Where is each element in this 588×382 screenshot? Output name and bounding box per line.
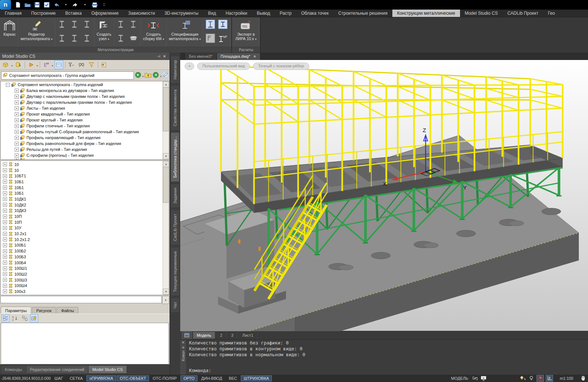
menu-tab-Настройки[interactable]: Настройки [221, 10, 252, 17]
bottom-tab-Редактирование соединений[interactable]: Редактирование соединений [26, 366, 88, 373]
tree-item[interactable]: +Листы - Тип изделия [1, 105, 163, 111]
find-icon[interactable] [77, 60, 86, 69]
scroll-up-icon[interactable]: ▲ [163, 81, 169, 88]
tab-Рисунок[interactable]: Рисунок [32, 307, 56, 314]
back-circle-icon[interactable] [135, 72, 141, 79]
beam-box-icon[interactable] [57, 32, 68, 45]
menu-tab-Оформление[interactable]: Оформление [86, 10, 123, 17]
bowl-icon[interactable] [128, 32, 139, 45]
side-tab-Текущие переменные[interactable]: Текущие переменные [171, 247, 179, 296]
expand-icon[interactable]: + [15, 106, 19, 110]
sync-icon[interactable] [14, 60, 23, 69]
menu-tab-Строительные решения[interactable]: Строительные решения [334, 10, 392, 17]
doc-tab-Площадка.dwg*[interactable]: Площадка.dwg*✕ [217, 53, 260, 60]
layout-tab-3[interactable]: 3 [228, 332, 238, 339]
bulb-select-icon[interactable] [520, 375, 526, 381]
expand-icon[interactable]: + [3, 185, 7, 190]
pin-icon[interactable]: ⊣ [156, 54, 161, 59]
list-item[interactable]: +10ДК3 [1, 208, 163, 214]
undo-icon[interactable] [52, 1, 60, 9]
expand-icon[interactable]: + [15, 89, 19, 93]
expand-icon[interactable]: + [15, 130, 19, 134]
new-file-icon[interactable] [14, 1, 22, 9]
menu-tab-Зависимости[interactable]: Зависимости [124, 10, 160, 17]
expand-icon[interactable]: + [3, 266, 7, 270]
collapse-expander[interactable]: – [6, 83, 10, 87]
expand-icon[interactable]: + [3, 243, 7, 247]
play-icon[interactable] [27, 60, 36, 69]
list-item[interactable]: +100Ш3 [1, 277, 163, 283]
list-item[interactable]: +10Б1 [1, 179, 163, 185]
list-item[interactable]: +10Б1 [1, 185, 163, 191]
menu-tab-Вывод[interactable]: Вывод [252, 10, 275, 17]
menu-tab-Гео[interactable]: Гео [543, 10, 560, 17]
expand-icon[interactable]: + [3, 249, 7, 253]
expand-icon[interactable]: + [3, 203, 7, 207]
command-history[interactable]: Количество примитивов без графики: 0Коли… [186, 340, 588, 375]
sheet-box-icon[interactable] [205, 32, 216, 45]
redo-caret-icon[interactable] [81, 1, 89, 9]
layout-tab-Модель[interactable]: Модель [193, 332, 215, 339]
tjoint-node-icon[interactable] [115, 32, 126, 45]
list-item[interactable]: +100Ш1 [1, 265, 163, 271]
expand-icon[interactable]: + [15, 142, 19, 146]
layout-tab-Лист1[interactable]: Лист1 [239, 332, 257, 339]
list-item[interactable]: +100Б3 [1, 254, 163, 260]
expand-icon[interactable]: + [3, 261, 7, 265]
menu-tab-Вставка[interactable]: Вставка [61, 10, 87, 17]
tab-Файлы[interactable]: Файлы [57, 307, 78, 314]
toggle-ШАГ[interactable]: ШАГ [51, 375, 66, 381]
filter-input[interactable] [0, 296, 162, 303]
expand-icon[interactable]: + [3, 226, 7, 230]
funnel-icon[interactable] [87, 60, 96, 69]
expand-icon[interactable]: + [3, 162, 7, 166]
link-icon[interactable] [472, 375, 478, 381]
doc-tab-Без имени3*[interactable]: Без имени3* [185, 53, 216, 60]
menu-tab-Model Studio CS[interactable]: Model Studio CS [460, 10, 503, 17]
expand-icon[interactable]: + [15, 153, 19, 158]
tree-item[interactable]: +Профиль направляющий - Тип изделия [1, 135, 163, 141]
expand-icon[interactable]: + [3, 278, 7, 282]
column-box-icon[interactable] [205, 18, 216, 31]
layouts-icon[interactable] [182, 332, 192, 339]
model-canvas[interactable]: XYZ +Пользовательский видТочный с показо… [180, 60, 588, 331]
expand-icon[interactable]: + [15, 124, 19, 128]
menu-tab-Растр[interactable]: Растр [275, 10, 296, 17]
picker-icon[interactable] [163, 72, 168, 79]
pin-icon[interactable]: ⊕ [182, 345, 185, 350]
expand-icon[interactable]: + [3, 180, 7, 184]
side-tab-Чат[interactable]: Чат [171, 298, 179, 312]
open-file-icon[interactable] [24, 1, 32, 9]
axis-track-icon[interactable] [546, 375, 553, 382]
list-item[interactable]: +10ДК1 [1, 196, 163, 202]
sortament-combo[interactable]: Сортамент металлопроката - Группа издели… [1, 71, 134, 79]
expand-icon[interactable]: + [3, 220, 7, 224]
list-item[interactable]: +10 [1, 167, 163, 173]
ribbon-button-Создать[interactable]: Создатьузел ▾ [95, 18, 114, 47]
sort-az-icon[interactable]: AZ [11, 314, 19, 322]
bottom-tab-Model Studio CS[interactable]: Model Studio CS [89, 366, 126, 373]
ribbon-button-Экспорт в[interactable]: msЭкспорт вЛИРА 10.x ▾ [233, 18, 259, 47]
edit-cell-icon[interactable] [30, 314, 38, 322]
transfer-icon[interactable] [100, 60, 109, 69]
list-item[interactable]: +10.2x1.2 [1, 237, 163, 243]
tree-item[interactable]: +Рельсы для путей - Тип изделия [1, 146, 163, 152]
ribbon-button-Редактор[interactable]: Редакторметаллопроката ▾ [18, 18, 55, 47]
expand-icon[interactable]: + [3, 191, 7, 195]
ribbon-button-Спецификация[interactable]: Спецификацияметаллопроката ▾ [167, 18, 203, 47]
expand-icon[interactable]: + [15, 118, 19, 122]
expand-icon[interactable]: + [3, 284, 7, 288]
tree-view-icon[interactable] [42, 60, 51, 69]
menu-tab-Конструкции металлические[interactable]: Конструкции металлические [392, 10, 460, 17]
tree-item[interactable]: +Профили стоечные - Тип изделия [1, 123, 163, 129]
view-control-Пользовательский вид[interactable]: Пользовательский вид [197, 63, 250, 70]
list-item[interactable]: +10П [1, 219, 163, 225]
expand-icon[interactable]: + [15, 136, 19, 140]
expand-icon[interactable]: + [3, 215, 7, 219]
side-tab-Свойства элемента[interactable]: Свойства элемента [171, 86, 179, 130]
close-icon[interactable]: ✕ [253, 54, 256, 59]
filter-icon[interactable]: = [67, 60, 76, 69]
tree-item[interactable]: +С-профили (прогоны) - Тип изделия [1, 152, 163, 158]
ibeam-box-icon[interactable] [217, 18, 228, 31]
scroll-up-icon[interactable]: ▲ [163, 161, 169, 167]
